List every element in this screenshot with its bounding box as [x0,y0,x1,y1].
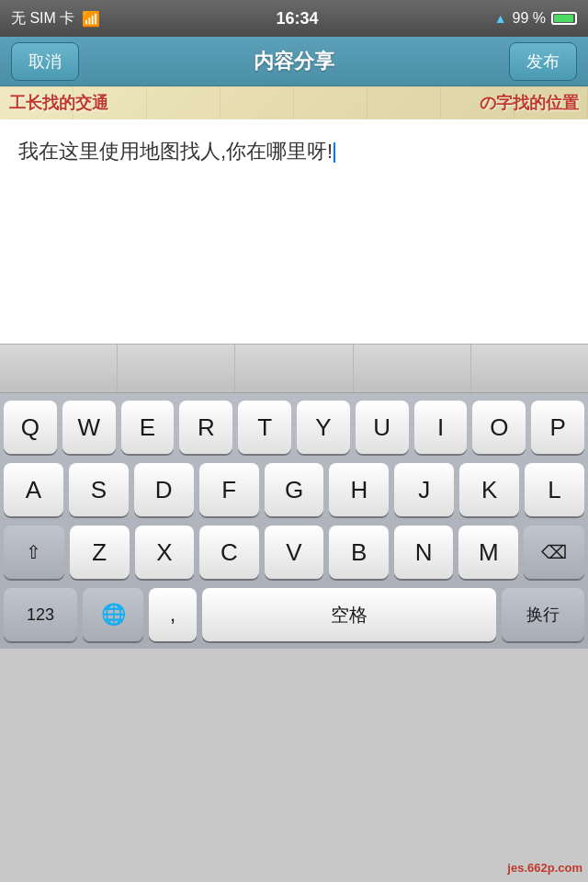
text-input-overlay[interactable]: 我在这里使用地图找人,你在哪里呀! [0,119,588,344]
key-F[interactable]: F [199,463,259,516]
globe-button[interactable]: 🌐 [83,588,143,641]
key-G[interactable]: G [265,463,324,516]
nav-bar: 取消 内容分享 发布 [0,37,588,86]
key-D[interactable]: D [134,463,194,516]
battery-percent: 99 % [513,10,546,27]
battery-icon [551,12,577,25]
key-Z[interactable]: Z [70,526,130,579]
return-button[interactable]: 换行 [502,588,584,641]
key-J[interactable]: J [394,463,454,516]
input-content: 我在这里使用地图找人,你在哪里呀! [18,140,333,163]
delete-button[interactable]: ⌫ [524,526,584,579]
key-V[interactable]: V [265,526,324,579]
key-P[interactable]: P [531,401,584,454]
key-T[interactable]: T [238,401,291,454]
status-left: 无 SIM 卡 📶 [11,9,100,28]
keyboard: Q W E R T Y U I O P A S D F G H J K L ⇧ … [0,393,588,649]
publish-button[interactable]: 发布 [509,42,577,81]
battery-fill [554,15,573,22]
status-time: 16:34 [276,9,318,28]
keyboard-row-2: A S D F G H J K L [4,463,584,516]
key-A[interactable]: A [4,463,63,516]
toolbar-divider-3 [235,345,353,392]
key-O[interactable]: O [472,401,526,454]
key-I[interactable]: I [414,401,468,454]
keyboard-row-3: ⇧ Z X C V B N M ⌫ [4,526,584,579]
toolbar-divider-2 [118,345,235,392]
key-B[interactable]: B [329,526,389,579]
status-bar: 无 SIM 卡 📶 16:34 ▲ 99 % [0,0,588,37]
keyboard-row-1: Q W E R T Y U I O P [4,401,584,454]
key-S[interactable]: S [69,463,129,516]
space-button[interactable]: 空格 [202,588,496,641]
key-R[interactable]: R [179,401,232,454]
status-right: ▲ 99 % [494,10,577,27]
toolbar-divider-5 [471,345,588,392]
content-area: 工长找的交通 の字找的位置 我在这里使用地图找人,你在哪里呀! [0,86,588,344]
key-C[interactable]: C [199,526,259,579]
toolbar-divider-4 [354,345,471,392]
key-N[interactable]: N [394,526,454,579]
map-text-right: の字找的位置 [480,92,579,114]
carrier-label: 无 SIM 卡 [11,9,74,28]
key-U[interactable]: U [356,401,409,454]
key-E[interactable]: E [121,401,175,454]
toolbar-divider-1 [0,345,118,392]
key-L[interactable]: L [525,463,584,516]
keyboard-row-4: 123 🌐 , 空格 换行 [4,588,584,641]
cancel-button[interactable]: 取消 [11,42,79,81]
toolbar-row [0,344,588,393]
location-icon: ▲ [494,11,507,26]
key-H[interactable]: H [329,463,389,516]
nav-title: 内容分享 [254,48,334,75]
key-Y[interactable]: Y [297,401,350,454]
key-Q[interactable]: Q [4,401,57,454]
shift-button[interactable]: ⇧ [4,526,64,579]
num-button[interactable]: 123 [4,588,77,641]
key-W[interactable]: W [62,401,116,454]
key-K[interactable]: K [459,463,519,516]
watermark: jes.662p.com [507,861,582,875]
comma-button[interactable]: , [149,588,197,641]
text-cursor [334,142,335,163]
key-M[interactable]: M [458,526,518,579]
map-text-top: 工长找的交通 [9,92,108,114]
wifi-icon: 📶 [82,10,100,28]
input-text: 我在这里使用地图找人,你在哪里呀! [18,136,570,166]
key-X[interactable]: X [135,526,195,579]
